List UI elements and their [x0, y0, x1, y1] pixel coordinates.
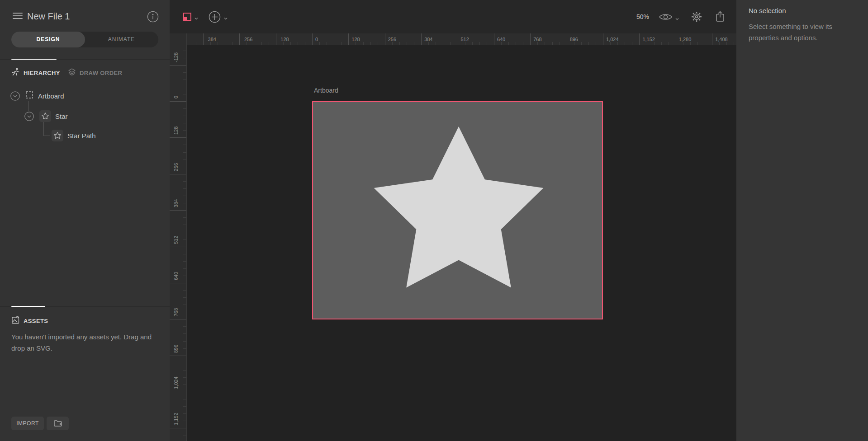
ruler-minor-tick: [183, 276, 187, 276]
tree-row-star-path[interactable]: Star Path: [52, 130, 96, 141]
ruler-minor-tick: [183, 377, 187, 378]
expand-chevron-icon[interactable]: [24, 112, 34, 121]
menu-icon[interactable]: [13, 13, 23, 20]
ruler-major-tick: [239, 33, 240, 45]
ruler-minor-tick: [596, 42, 596, 45]
vertical-ruler[interactable]: -12801282563845126407688961,0241,152: [170, 45, 187, 441]
ruler-major-tick: [170, 356, 187, 356]
ruler-minor-tick: [225, 42, 225, 45]
artboard-icon: [25, 90, 34, 101]
settings-gear-icon[interactable]: [690, 10, 703, 25]
ruler-minor-tick: [414, 42, 414, 45]
image-icon: [11, 316, 20, 326]
ruler-minor-tick: [465, 42, 465, 45]
ruler-minor-tick: [183, 413, 187, 414]
ruler-minor-tick: [574, 42, 574, 45]
hierarchy-icon: [11, 68, 20, 78]
ruler-major-tick: [421, 33, 422, 45]
ruler-minor-tick: [183, 305, 187, 305]
ruler-minor-tick: [625, 42, 625, 45]
import-button[interactable]: IMPORT: [11, 417, 44, 430]
add-shape-chevron-icon[interactable]: [223, 14, 228, 23]
artboard[interactable]: [312, 101, 603, 319]
ruler-minor-tick: [183, 87, 187, 87]
assets-header[interactable]: ASSETS: [11, 316, 48, 326]
folder-plus-icon: [53, 419, 62, 427]
ruler-minor-tick: [183, 297, 187, 298]
artboard-tool-button[interactable]: [183, 12, 192, 23]
ruler-label: 1,152: [173, 413, 179, 426]
canvas-toolbar: 50%: [170, 0, 736, 33]
ruler-minor-tick: [450, 42, 451, 45]
ruler-minor-tick: [683, 42, 683, 45]
ruler-minor-tick: [363, 42, 364, 45]
inspector-message: Select something to view its properties …: [749, 21, 855, 43]
ruler-major-tick: [170, 283, 187, 283]
tree-connector: [43, 122, 44, 136]
ruler-minor-tick: [261, 42, 262, 45]
ruler-minor-tick: [183, 399, 187, 399]
info-icon[interactable]: [147, 11, 159, 23]
tab-draw-order[interactable]: DRAW ORDER: [68, 68, 122, 78]
ruler-minor-tick: [617, 42, 618, 45]
ruler-major-tick: [276, 33, 276, 45]
visibility-chevron-icon[interactable]: [675, 15, 679, 23]
ruler-minor-tick: [523, 42, 523, 45]
artboard-canvas-label[interactable]: Artboard: [314, 87, 338, 94]
ruler-minor-tick: [183, 94, 187, 94]
visibility-eye-icon[interactable]: [658, 12, 673, 23]
tree-connector: [28, 101, 29, 111]
ruler-major-tick: [348, 33, 349, 45]
canvas-area[interactable]: 50%: [170, 0, 736, 441]
ruler-label: 1,280: [679, 33, 692, 45]
star-shape-icon: [39, 110, 51, 122]
ruler-minor-tick: [183, 188, 187, 189]
ruler-minor-tick: [290, 42, 291, 45]
add-shape-tool-button[interactable]: [209, 11, 221, 25]
export-share-icon[interactable]: [715, 10, 726, 24]
ruler-minor-tick: [183, 363, 187, 363]
ruler-minor-tick: [370, 42, 371, 45]
tab-animate[interactable]: ANIMATE: [85, 32, 158, 47]
ruler-minor-tick: [183, 145, 187, 145]
ruler-minor-tick: [705, 42, 705, 45]
ruler-minor-tick: [183, 80, 187, 80]
ruler-major-tick: [712, 33, 712, 45]
ruler-major-tick: [170, 174, 187, 174]
ruler-minor-tick: [183, 116, 187, 116]
ruler-minor-tick: [183, 348, 187, 349]
zoom-level[interactable]: 50%: [629, 13, 649, 20]
ruler-minor-tick: [479, 42, 480, 45]
ruler-label: 512: [173, 235, 179, 244]
tab-hierarchy[interactable]: HIERARCHY: [11, 68, 60, 78]
ruler-minor-tick: [428, 42, 429, 45]
horizontal-ruler[interactable]: -384-256-12801282563845126407688961,0241…: [170, 33, 736, 45]
tree-row-star[interactable]: Star: [24, 110, 68, 122]
ruler-minor-tick: [183, 51, 187, 51]
ruler-minor-tick: [508, 42, 509, 45]
ruler-minor-tick: [183, 152, 187, 153]
ruler-label: 640: [173, 272, 179, 280]
expand-chevron-icon[interactable]: [10, 91, 20, 101]
add-folder-button[interactable]: [47, 417, 69, 430]
ruler-minor-tick: [196, 42, 196, 45]
ruler-label: 384: [173, 199, 179, 207]
ruler-minor-tick: [183, 312, 187, 312]
ruler-minor-tick: [588, 42, 589, 45]
ruler-minor-tick: [436, 42, 436, 45]
artboard-tool-chevron-icon[interactable]: [194, 14, 199, 23]
ruler-minor-tick: [183, 225, 187, 225]
ruler-major-tick: [494, 33, 494, 45]
ruler-minor-tick: [501, 42, 502, 45]
ruler-major-tick: [170, 65, 187, 66]
tree-label: Artboard: [38, 92, 64, 100]
tab-design[interactable]: DESIGN: [11, 32, 85, 47]
tree-label: Star Path: [67, 132, 96, 140]
ruler-major-tick: [530, 33, 531, 45]
ruler-minor-tick: [697, 42, 698, 45]
ruler-minor-tick: [183, 436, 187, 436]
tree-label: Star: [55, 113, 68, 120]
ruler-label: 256: [173, 163, 179, 171]
tree-row-artboard[interactable]: Artboard: [10, 90, 64, 102]
star-shape[interactable]: [313, 102, 604, 320]
